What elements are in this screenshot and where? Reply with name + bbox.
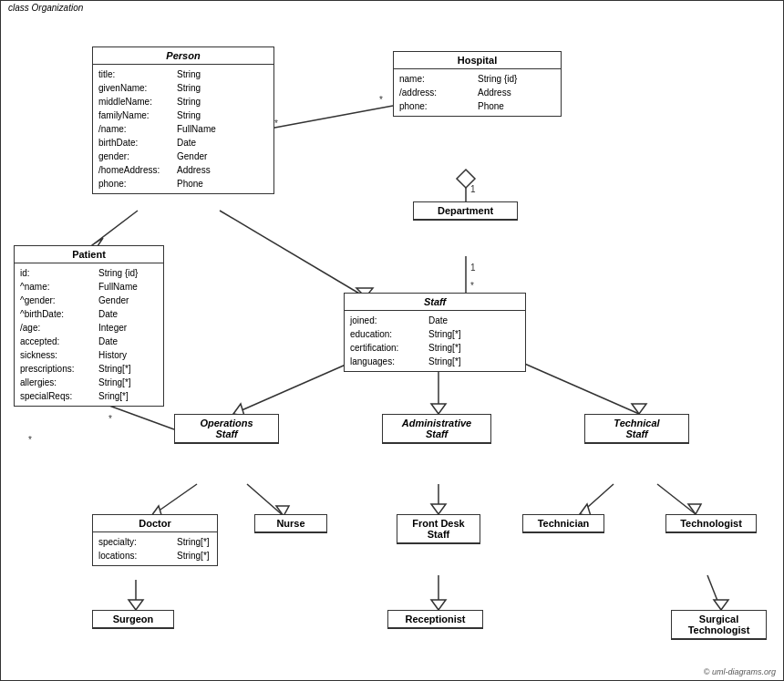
copyright: © uml-diagrams.org [704,667,776,676]
svg-text:1: 1 [470,184,476,194]
svg-line-22 [247,484,284,516]
nurse-title: Nurse [255,515,326,532]
staff-class: Staff joined:Date education:String[*] ce… [344,293,526,372]
surgeon-class: Surgeon [92,610,174,629]
department-title: Department [414,202,517,220]
svg-marker-19 [632,404,646,414]
svg-marker-35 [714,600,728,610]
patient-title: Patient [15,246,163,263]
doctor-body: specialty:String[*] locations:String[*] [93,532,217,565]
administrative-staff-class: Administrative Staff [382,414,491,444]
department-class: Department [413,201,518,221]
diagram-title: class Organization [5,3,87,13]
svg-marker-33 [431,600,446,610]
person-title: Person [93,47,273,65]
patient-class: Patient id:String {id} ^name:FullName ^g… [14,245,164,407]
patient-body: id:String {id} ^name:FullName ^gender:Ge… [15,263,163,406]
svg-line-26 [580,484,614,514]
surgical-technologist-class: Surgical Technologist [671,610,767,640]
operations-staff-class: Operations Staff [174,414,279,444]
technologist-class: Technologist [665,514,757,533]
technical-staff-class: Technical Staff [584,414,689,444]
doctor-class: Doctor specialty:String[*] locations:Str… [92,514,218,566]
staff-body: joined:Date education:String[*] certific… [345,311,525,371]
svg-line-9 [220,211,366,297]
technical-staff-title: Technical Staff [585,415,688,443]
receptionist-title: Receptionist [388,611,482,628]
svg-marker-25 [431,504,446,514]
operations-staff-title: Operations Staff [175,415,278,443]
receptionist-class: Receptionist [387,610,483,629]
svg-line-28 [657,484,696,514]
hospital-body: name:String {id} /address:Address phone:… [394,69,561,116]
svg-text:*: * [274,119,278,129]
person-class: Person title:String givenName:String mid… [92,46,274,194]
svg-marker-17 [431,404,446,414]
surgeon-title: Surgeon [93,611,173,628]
svg-text:*: * [470,281,474,291]
hospital-title: Hospital [394,52,561,69]
svg-line-11 [270,106,393,129]
person-body: title:String givenName:String middleName… [93,65,273,193]
svg-line-34 [707,575,721,610]
doctor-title: Doctor [93,515,217,532]
svg-line-7 [92,211,138,245]
front-desk-staff-class: Front Desk Staff [397,514,480,544]
technician-class: Technician [522,514,604,533]
diagram-container: class Organization 1 * 1 * * * [0,0,784,681]
svg-text:*: * [28,435,32,445]
svg-marker-31 [129,600,143,610]
staff-title: Staff [345,294,525,311]
technologist-title: Technologist [666,515,756,532]
hospital-class: Hospital name:String {id} /address:Addre… [393,51,562,117]
svg-text:1: 1 [470,263,476,273]
svg-line-20 [151,484,197,516]
svg-text:*: * [379,95,383,105]
administrative-staff-title: Administrative Staff [383,415,490,443]
svg-marker-1 [457,170,475,188]
svg-text:*: * [108,414,112,424]
svg-marker-29 [688,504,701,514]
technician-title: Technician [523,515,603,532]
surgical-technologist-title: Surgical Technologist [672,611,766,639]
nurse-class: Nurse [254,514,327,533]
front-desk-staff-title: Front Desk Staff [397,515,480,543]
